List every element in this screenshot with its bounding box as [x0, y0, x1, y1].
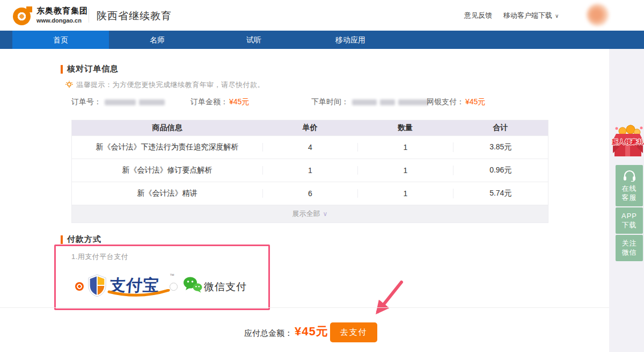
- order-amount: 订单金额：¥45元: [191, 97, 249, 108]
- dongao-logo-icon: [13, 6, 32, 26]
- order-time: 下单时间：: [311, 97, 428, 108]
- wechat-radio[interactable]: [170, 283, 178, 291]
- table-row: 新《会计法》精讲 6 1 5.74元: [72, 182, 548, 205]
- site-title: 陕西省继续教育: [97, 9, 172, 23]
- col-price: 单价: [262, 123, 357, 133]
- online-service-button[interactable]: 在线客服: [616, 165, 643, 206]
- alipay-shield-icon[interactable]: [87, 274, 107, 299]
- section-accent-bar: [61, 65, 63, 74]
- total-amount-value: ¥45元: [295, 324, 328, 340]
- header-divider: [89, 9, 89, 23]
- section-accent-bar: [61, 235, 63, 244]
- order-tip: 温馨提示：为方便您更快完成继续教育年审，请尽快付款。: [65, 80, 265, 90]
- blurred-order-number: [105, 99, 136, 105]
- col-total: 合计: [453, 123, 548, 133]
- order-number: 订单号：: [71, 97, 165, 108]
- table-row: 新《会计法》下违法行为责任追究深度解析 4 1 3.85元: [72, 135, 548, 159]
- bulb-icon: [65, 81, 74, 89]
- new-user-gift-banner[interactable]: 新人领豪礼: [612, 124, 644, 166]
- follow-wechat-button[interactable]: 关注微信: [616, 235, 643, 261]
- wechat-pay-label[interactable]: 微信支付: [204, 280, 247, 294]
- headset-icon: [623, 170, 636, 182]
- mobile-download-link[interactable]: 移动客户端下载∨: [503, 11, 559, 20]
- tip-text: 温馨提示：为方便您更快完成继续教育年审，请尽快付款。: [76, 80, 265, 90]
- floating-toolbar: 在线客服 APP下载 关注微信: [616, 165, 643, 262]
- col-quantity: 数量: [357, 123, 452, 133]
- payment-method-hint: 1.用支付平台支付: [71, 252, 128, 262]
- bank-pay-amount: 网银支付：¥45元: [427, 97, 485, 108]
- expand-all-button[interactable]: 展示全部 ∨: [72, 205, 548, 222]
- alipay-trademark: ™: [170, 273, 174, 278]
- payment-section-title: 付款方式: [61, 234, 101, 245]
- chevron-down-icon: ∨: [555, 13, 559, 19]
- alipay-swoosh-icon: [107, 289, 171, 300]
- bottom-divider: [0, 307, 644, 308]
- logo-title: 东奥教育集团: [36, 6, 88, 16]
- col-product: 商品信息: [72, 123, 262, 133]
- order-amount-value: ¥45元: [229, 97, 249, 106]
- nav-tab-mobile-app[interactable]: 移动应用: [302, 31, 399, 49]
- table-row: 新《会计法》修订要点解析 1 1 0.96元: [72, 159, 548, 182]
- annotation-arrow-icon: [363, 281, 409, 327]
- bank-pay-value: ¥45元: [465, 97, 485, 106]
- logo-url: www.dongao.cn: [36, 17, 88, 24]
- chevron-down-icon: ∨: [323, 210, 328, 218]
- order-confirmation-page: 东奥教育集团 www.dongao.cn 陕西省继续教育 意见反馈 移动客户端下…: [0, 0, 644, 352]
- total-amount-label: 应付总金额：: [244, 328, 292, 339]
- blurred-order-time: [352, 99, 377, 105]
- nav-tab-home[interactable]: 首页: [12, 31, 109, 49]
- nav-tab-audition[interactable]: 试听: [206, 31, 302, 49]
- nav-tab-teachers[interactable]: 名师: [109, 31, 206, 49]
- go-pay-button[interactable]: 去支付: [330, 322, 377, 342]
- promo-label: 新人领豪礼: [612, 138, 644, 147]
- top-header: 东奥教育集团 www.dongao.cn 陕西省继续教育 意见反馈 移动客户端下…: [0, 0, 644, 31]
- table-header-row: 商品信息 单价 数量 合计: [72, 120, 548, 135]
- user-avatar[interactable]: [587, 4, 609, 26]
- main-nav: 首页 名师 试听 移动应用: [0, 31, 644, 49]
- feedback-link[interactable]: 意见反馈: [464, 11, 492, 20]
- wechat-pay-icon[interactable]: [183, 276, 202, 296]
- app-download-button[interactable]: APP下载: [616, 207, 643, 234]
- order-items-table: 商品信息 单价 数量 合计 新《会计法》下违法行为责任追究深度解析 4 1 3.…: [71, 120, 548, 223]
- alipay-radio[interactable]: [75, 282, 84, 291]
- dongao-logo[interactable]: 东奥教育集团 www.dongao.cn: [13, 5, 88, 26]
- order-section-title: 核对订单信息: [61, 64, 119, 74]
